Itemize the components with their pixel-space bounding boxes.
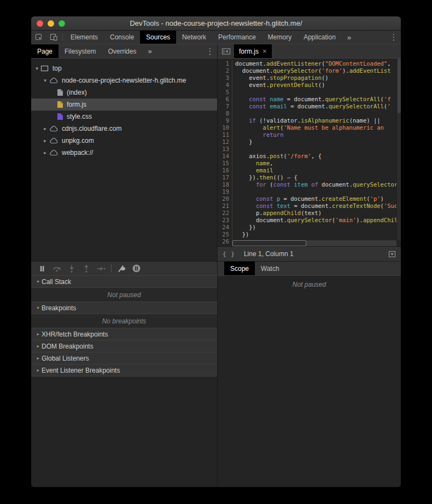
navigator-menu-icon[interactable]: ⋮ xyxy=(203,44,217,58)
code-text[interactable]: const p = document.createElement('p') xyxy=(235,195,384,202)
line-number[interactable]: 10 xyxy=(218,124,232,131)
section-header-call-stack[interactable]: ▾Call Stack xyxy=(31,276,217,288)
horizontal-scrollbar-thumb[interactable] xyxy=(232,240,306,246)
line-number[interactable]: 15 xyxy=(218,160,232,167)
line-number[interactable]: 11 xyxy=(218,131,232,138)
tab-application[interactable]: Application xyxy=(297,31,342,44)
tree-item-form-js[interactable]: form.js xyxy=(31,99,217,111)
line-number[interactable]: 18 xyxy=(218,181,232,188)
minimize-button[interactable] xyxy=(48,20,54,27)
hide-navigator-icon[interactable] xyxy=(218,44,234,58)
code-text[interactable]: event.preventDefault() xyxy=(235,82,325,89)
tab-memory[interactable]: Memory xyxy=(262,31,297,44)
navigator-tab-overrides[interactable]: Overrides xyxy=(102,44,142,58)
code-text[interactable]: if (!validator.isAlphanumeric(name) || xyxy=(235,117,381,124)
step-over-icon[interactable] xyxy=(49,262,64,275)
code-text[interactable]: document.addEventListener("DOMContentLoa… xyxy=(235,60,391,67)
twisty-icon[interactable]: ▸ xyxy=(42,138,49,143)
code-text[interactable]: const email = document.querySelectorAll(… xyxy=(235,103,391,110)
step-into-icon[interactable] xyxy=(64,262,79,275)
code-text[interactable]: event.stopPropagation() xyxy=(235,74,329,82)
line-number[interactable]: 25 xyxy=(218,231,232,238)
pretty-print-icon[interactable]: { } xyxy=(223,251,235,258)
line-number[interactable]: 14 xyxy=(218,153,232,160)
line-number[interactable]: 16 xyxy=(218,167,232,174)
tab-elements[interactable]: Elements xyxy=(65,31,104,44)
code-text[interactable]: const text = document.createTextNode('Su… xyxy=(235,202,398,210)
code-text[interactable]: const name = document.querySelectorAll('… xyxy=(235,96,391,103)
step-out-icon[interactable] xyxy=(79,262,94,275)
code-text[interactable]: return xyxy=(235,131,284,138)
line-number[interactable]: 8 xyxy=(218,110,232,117)
line-number[interactable]: 21 xyxy=(218,202,232,210)
code-text[interactable]: document.querySelector('form').addEventL… xyxy=(235,67,391,74)
tab-performance[interactable]: Performance xyxy=(212,31,262,44)
vertical-scrollbar[interactable] xyxy=(396,59,401,240)
code-text[interactable]: p.appendChild(text) xyxy=(235,210,322,217)
close-icon[interactable]: × xyxy=(262,48,267,55)
line-number[interactable]: 19 xyxy=(218,188,232,195)
tree-item-webpack[interactable]: ▸webpack:// xyxy=(31,147,217,159)
line-number[interactable]: 1 xyxy=(218,60,232,67)
tree-item-unpkg-com[interactable]: ▸unpkg.com xyxy=(31,135,217,147)
close-button[interactable] xyxy=(37,20,43,27)
sidebar-tab-watch[interactable]: Watch xyxy=(255,262,285,275)
twisty-icon[interactable]: ▾ xyxy=(42,78,49,83)
vertical-scrollbar-thumb[interactable] xyxy=(398,59,401,113)
code-text[interactable]: axios.post('/form', { xyxy=(235,153,322,160)
navigator-tab-filesystem[interactable]: Filesystem xyxy=(59,44,102,58)
tree-item-index[interactable]: (index) xyxy=(31,86,217,99)
move-to-drawer-icon[interactable] xyxy=(388,251,396,258)
zoom-button[interactable] xyxy=(59,20,65,27)
section-header-xhr-fetch-breakpoints[interactable]: ▸XHR/fetch Breakpoints xyxy=(31,328,217,340)
tree-item-top[interactable]: ▾top xyxy=(31,62,217,74)
tree-item-node-course-project-newsletter-h-glitch-me[interactable]: ▾node-course-project-newsletter-h.glitch… xyxy=(31,74,217,86)
code-text[interactable]: }).then(() ⇒ { xyxy=(235,174,297,181)
editor-tab-form-js[interactable]: form.js × xyxy=(234,44,272,58)
line-number[interactable]: 2 xyxy=(218,67,232,74)
section-header-dom-breakpoints[interactable]: ▸DOM Breakpoints xyxy=(31,340,217,352)
line-number[interactable]: 9 xyxy=(218,117,232,124)
navigator-more-tabs-icon[interactable]: » xyxy=(142,44,157,58)
tab-sources[interactable]: Sources xyxy=(140,31,176,44)
line-number[interactable]: 17 xyxy=(218,174,232,181)
line-number[interactable]: 4 xyxy=(218,82,232,89)
code-editor[interactable]: 1document.addEventListener("DOMContentLo… xyxy=(218,59,401,246)
section-header-event-listener-breakpoints[interactable]: ▸Event Listener Breakpoints xyxy=(31,364,217,376)
code-text[interactable]: email xyxy=(235,167,273,174)
pause-icon[interactable] xyxy=(34,262,49,275)
deactivate-breakpoints-icon[interactable] xyxy=(114,262,129,275)
line-number[interactable]: 23 xyxy=(218,217,232,224)
code-text[interactable]: name, xyxy=(235,160,273,167)
twisty-icon[interactable]: ▾ xyxy=(33,66,40,71)
code-text[interactable]: }) xyxy=(235,231,249,238)
section-header-breakpoints[interactable]: ▾Breakpoints xyxy=(31,302,217,314)
code-text[interactable]: } xyxy=(235,138,253,146)
tab-network[interactable]: Network xyxy=(176,31,212,44)
more-tabs-icon[interactable]: » xyxy=(342,31,357,44)
line-number[interactable]: 6 xyxy=(218,96,232,103)
sidebar-tab-scope[interactable]: Scope xyxy=(224,262,255,275)
code-text[interactable]: alert('Name must be alphanumeric an xyxy=(235,124,384,131)
line-number[interactable]: 20 xyxy=(218,195,232,202)
line-number[interactable]: 22 xyxy=(218,210,232,217)
tree-item-style-css[interactable]: style.css xyxy=(31,111,217,123)
navigator-tab-page[interactable]: Page xyxy=(31,44,59,58)
tab-console[interactable]: Console xyxy=(104,31,140,44)
code-text[interactable]: for (const item of document.querySelecto… xyxy=(235,181,398,188)
line-number[interactable]: 26 xyxy=(218,238,232,245)
horizontal-scrollbar[interactable] xyxy=(232,240,396,246)
twisty-icon[interactable]: ▸ xyxy=(42,150,49,155)
step-icon[interactable] xyxy=(94,262,108,275)
twisty-icon[interactable]: ▸ xyxy=(42,126,49,131)
line-number[interactable]: 24 xyxy=(218,224,232,231)
line-number[interactable]: 13 xyxy=(218,146,232,153)
line-number[interactable]: 3 xyxy=(218,74,232,82)
line-number[interactable]: 12 xyxy=(218,138,232,146)
tree-item-cdnjs-cloudflare-com[interactable]: ▸cdnjs.cloudflare.com xyxy=(31,123,217,135)
device-toolbar-icon[interactable] xyxy=(46,31,61,44)
code-text[interactable]: document.querySelector('main').appendChi… xyxy=(235,217,398,224)
code-text[interactable]: }) xyxy=(235,224,256,231)
section-header-global-listeners[interactable]: ▸Global Listeners xyxy=(31,352,217,364)
pause-on-exceptions-icon[interactable] xyxy=(129,262,144,275)
